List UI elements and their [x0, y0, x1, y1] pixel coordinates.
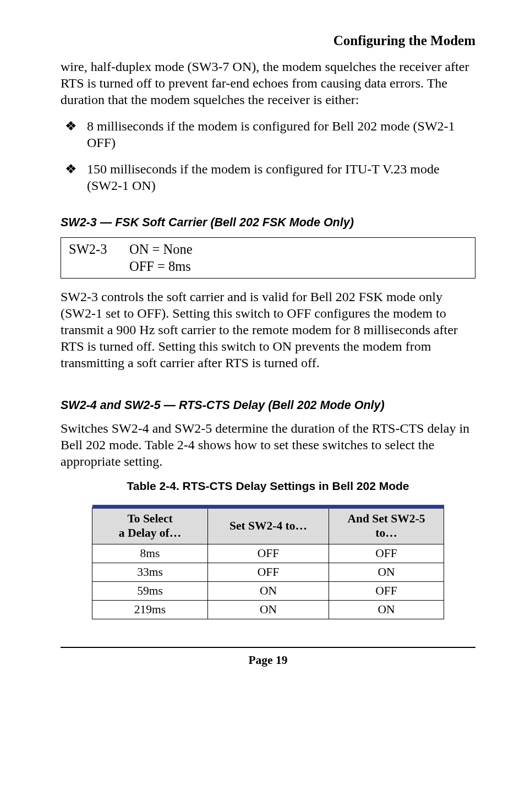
diamond-bullet-icon: ❖	[61, 118, 87, 134]
th-line1: To Select	[127, 512, 172, 525]
table-header-col3: And Set SW2-5 to…	[329, 508, 444, 544]
list-item: ❖ 8 milliseconds if the modem is configu…	[61, 118, 475, 151]
table-row: 219ms ON ON	[92, 600, 444, 619]
intro-paragraph: wire, half-duplex mode (SW3-7 ON), the m…	[61, 58, 475, 108]
table-caption: Table 2-4. RTS-CTS Delay Settings in Bel…	[61, 479, 475, 493]
sw-box-label: SW2-3	[69, 241, 129, 258]
table-cell: ON	[329, 600, 444, 619]
sw-box-line1: ON = None	[129, 241, 193, 258]
footer-separator	[61, 647, 475, 648]
table-row: 59ms ON OFF	[92, 581, 444, 600]
table-cell: OFF	[208, 563, 329, 581]
table-row: 33ms OFF ON	[92, 563, 444, 581]
table-cell: ON	[208, 600, 329, 619]
heading-dash: —	[161, 399, 179, 412]
table-cell: ON	[329, 563, 444, 581]
bullet-text: 8 milliseconds if the modem is configure…	[87, 118, 475, 151]
list-item: ❖ 150 milliseconds if the modem is confi…	[61, 161, 475, 194]
bullet-text: 150 milliseconds if the modem is configu…	[87, 161, 475, 194]
sw2-3-paragraph: SW2-3 controls the soft carrier and is v…	[61, 288, 475, 371]
th-line2: a Delay of…	[119, 526, 181, 539]
diamond-bullet-icon: ❖	[61, 161, 87, 177]
bullet-list: ❖ 8 milliseconds if the modem is configu…	[61, 118, 475, 194]
sw-box-spacer	[69, 258, 129, 275]
table-cell: ON	[208, 581, 329, 600]
table-cell: 33ms	[92, 563, 208, 581]
sw2-3-settings-box: SW2-3 ON = None OFF = 8ms	[61, 237, 475, 279]
table-row: 8ms OFF OFF	[92, 544, 444, 563]
heading-title: RTS-CTS Delay (Bell 202 Mode Only)	[179, 399, 385, 412]
table-header-col1: To Select a Delay of…	[92, 508, 208, 544]
section-heading-sw2-3: SW2-3 — FSK Soft Carrier (Bell 202 FSK M…	[61, 216, 475, 230]
table-cell: 59ms	[92, 581, 208, 600]
sw-box-line2: OFF = 8ms	[129, 258, 191, 275]
heading-title: FSK Soft Carrier (Bell 202 FSK Mode Only…	[115, 216, 354, 229]
table-cell: OFF	[329, 544, 444, 563]
table-cell: OFF	[329, 581, 444, 600]
table-cell: 219ms	[92, 600, 208, 619]
heading-dash: —	[97, 216, 115, 229]
sw2-4-5-paragraph: Switches SW2-4 and SW2-5 determine the d…	[61, 420, 475, 470]
table-cell: 8ms	[92, 544, 208, 563]
table-header-col2: Set SW2-4 to…	[208, 508, 329, 544]
page-number: Page 19	[61, 653, 475, 667]
section-heading-sw2-4-5: SW2-4 and SW2-5 — RTS-CTS Delay (Bell 20…	[61, 399, 475, 412]
table-cell: OFF	[208, 544, 329, 563]
page-header-title: Configuring the Modem	[61, 33, 475, 48]
heading-prefix: SW2-4 and SW2-5	[61, 399, 161, 412]
rts-cts-delay-table: To Select a Delay of… Set SW2-4 to… And …	[92, 505, 444, 619]
heading-prefix: SW2-3	[61, 216, 97, 229]
